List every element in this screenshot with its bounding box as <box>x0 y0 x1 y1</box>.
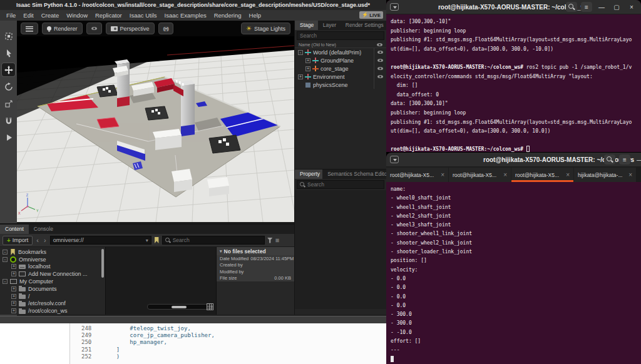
menu-item[interactable]: Replicator <box>91 10 126 21</box>
editor-body[interactable]: 248 #teleop_twist_joy, 249 core_jp_camer… <box>0 323 386 364</box>
forward-icon[interactable]: › <box>43 236 48 245</box>
file-tree-row[interactable]: + Add New Connection ... <box>0 270 105 278</box>
file-tree-row[interactable]: - My Computer <box>0 278 105 285</box>
slider-handle[interactable] <box>172 306 187 308</box>
stage-panel-tab[interactable]: Layer <box>318 21 341 30</box>
stage-tree-row[interactable]: - World (defaultPrim) <box>295 48 386 56</box>
file-tree-row[interactable]: + / <box>0 293 105 300</box>
expander-icon[interactable]: + <box>11 264 16 269</box>
terminal-app-icon[interactable] <box>390 3 399 11</box>
stage-search-input[interactable] <box>300 33 381 39</box>
expander-icon[interactable]: - <box>3 250 8 255</box>
property-panel-tab[interactable]: Property <box>295 169 322 179</box>
expander-icon[interactable]: + <box>305 66 310 71</box>
terminal-tab[interactable]: root@hijikata-X5... × <box>449 168 511 182</box>
file-tree-row[interactable]: - Omniverse <box>0 256 105 263</box>
terminal-search-button[interactable] <box>566 2 577 12</box>
stage-tree-row[interactable]: + GroundPlane <box>295 56 386 64</box>
tab-close-icon[interactable]: × <box>503 171 507 178</box>
camera-perspective-button[interactable]: Perspective <box>106 23 155 34</box>
close-button[interactable]: × <box>626 2 637 12</box>
editor-window-edge[interactable] <box>0 316 386 323</box>
file-grid-area[interactable] <box>105 247 216 315</box>
live-badge[interactable]: ⚡ LIVE <box>359 11 383 19</box>
terminal-tab[interactable]: root@hijikata-X5... × <box>386 168 448 182</box>
menu-item[interactable]: File <box>3 10 19 21</box>
terminal-menu-button[interactable]: ≡ <box>581 2 592 12</box>
file-tree-row[interactable]: + /root/colcon_ws <box>0 307 105 315</box>
thumbnail-size-slider[interactable] <box>147 304 212 310</box>
property-search[interactable] <box>297 180 384 189</box>
expander-icon[interactable]: + <box>298 74 303 79</box>
path-breadcrumb[interactable]: omniverse:// ▾ <box>50 236 151 245</box>
terminal-menu-button[interactable]: ≡ <box>619 154 630 164</box>
content-search[interactable] <box>162 236 265 245</box>
cursor-tool-icon[interactable] <box>2 46 15 59</box>
play-icon[interactable] <box>2 131 15 144</box>
stage-tree-row[interactable]: + core_stage <box>295 64 386 73</box>
expander-icon[interactable]: + <box>11 301 16 306</box>
content-search-input[interactable] <box>173 237 262 243</box>
move-tool-icon[interactable] <box>2 63 15 76</box>
terminal1-titlebar[interactable]: root@hijikata-X570-AORUS-MASTER: ~/colco… <box>386 0 641 14</box>
details-header[interactable]: ▾ No files selected <box>217 247 294 255</box>
stage-search[interactable] <box>297 31 384 40</box>
expander-icon[interactable]: + <box>305 58 310 63</box>
visibility-eye-icon[interactable] <box>377 75 383 78</box>
broadcast-button[interactable]: ((•)) <box>158 23 173 34</box>
tab-close-icon[interactable]: × <box>441 171 444 178</box>
stage-panel-tab[interactable]: Render Settings <box>341 21 386 30</box>
chevron-down-icon[interactable]: ▾ <box>146 236 148 245</box>
expander-icon[interactable]: + <box>11 286 16 291</box>
visibility-eye-icon[interactable] <box>377 51 383 54</box>
minimize-button[interactable]: — <box>634 154 641 164</box>
property-panel-tab[interactable]: Semantics Schema Editor <box>322 169 386 179</box>
terminal-app-icon[interactable] <box>390 156 399 163</box>
menu-item[interactable]: Window <box>63 10 91 21</box>
expander-icon[interactable]: - <box>3 257 8 262</box>
visibility-eye-icon[interactable] <box>377 67 383 70</box>
expander-icon[interactable]: - <box>3 279 8 284</box>
list-view-icon[interactable]: ≡ <box>275 237 279 244</box>
stage-tree-row[interactable]: physicsScene <box>295 81 386 89</box>
file-tree-row[interactable]: + /etc/resolv.conf <box>0 300 105 308</box>
select-mode-icon[interactable] <box>2 29 15 43</box>
file-tree-row[interactable]: + Documents <box>0 285 105 293</box>
stage-panel-tab[interactable]: Stage <box>295 21 318 30</box>
expander-icon[interactable]: + <box>11 294 16 299</box>
tree-scrollbar[interactable] <box>101 249 104 278</box>
terminal-tab[interactable]: hijikata@hijikata-... × <box>574 168 636 182</box>
rotate-tool-icon[interactable] <box>2 80 15 93</box>
expander-icon[interactable]: - <box>298 50 303 55</box>
viewport-3d-scene[interactable]: Z X Y <box>17 36 294 222</box>
import-button[interactable]: + Import <box>3 236 33 245</box>
bookmark-icon[interactable] <box>154 237 160 243</box>
grid-view-icon[interactable] <box>207 303 213 310</box>
editor-code-area[interactable]: 248 #teleop_twist_joy, 249 core_jp_camer… <box>70 325 386 360</box>
menu-item[interactable]: Create <box>38 10 63 21</box>
file-tree-row[interactable]: + localhost <box>0 263 105 271</box>
terminal-search-button[interactable] <box>604 154 615 164</box>
stage-tree-header[interactable]: Name (Old to New) <box>295 41 386 48</box>
minimize-button[interactable]: — <box>596 2 607 12</box>
expander-icon[interactable]: + <box>11 308 16 313</box>
viewport-settings-button[interactable] <box>21 23 38 34</box>
menu-item[interactable]: Edit <box>19 10 37 21</box>
content-tab[interactable]: Console <box>29 225 58 234</box>
property-search-input[interactable] <box>307 181 381 188</box>
file-tree-row[interactable]: - Bookmarks <box>0 248 105 256</box>
expander-icon[interactable]: + <box>11 271 16 276</box>
filter-funnel-icon[interactable] <box>267 238 273 243</box>
menu-item[interactable]: Isaac Examples <box>161 10 210 21</box>
maximize-button[interactable]: ▢ <box>611 2 622 12</box>
menu-item[interactable]: Rendering <box>210 10 245 21</box>
stage-tree-row[interactable]: + Environment <box>295 73 386 81</box>
visibility-eye-icon[interactable] <box>377 59 383 62</box>
tab-close-icon[interactable]: × <box>566 171 570 178</box>
menu-item[interactable]: Isaac Utils <box>126 10 161 21</box>
tab-close-icon[interactable]: × <box>628 171 632 178</box>
visibility-button[interactable] <box>86 23 102 34</box>
renderer-button[interactable]: Renderer <box>42 23 83 34</box>
terminal2-titlebar[interactable]: root@hijikata-X570-AORUS-MASTER: ~/colco… <box>386 153 641 167</box>
back-icon[interactable]: ‹ <box>35 236 40 245</box>
